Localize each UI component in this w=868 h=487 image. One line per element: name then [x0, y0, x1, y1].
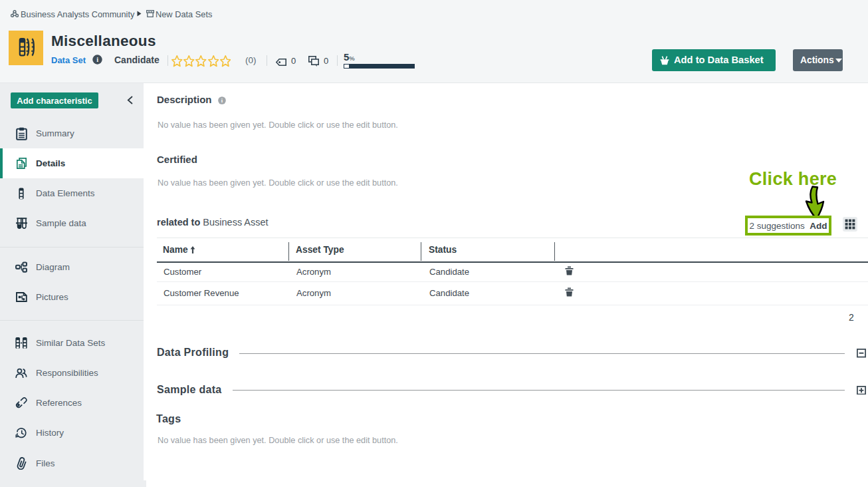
svg-text:i: i	[96, 56, 98, 63]
